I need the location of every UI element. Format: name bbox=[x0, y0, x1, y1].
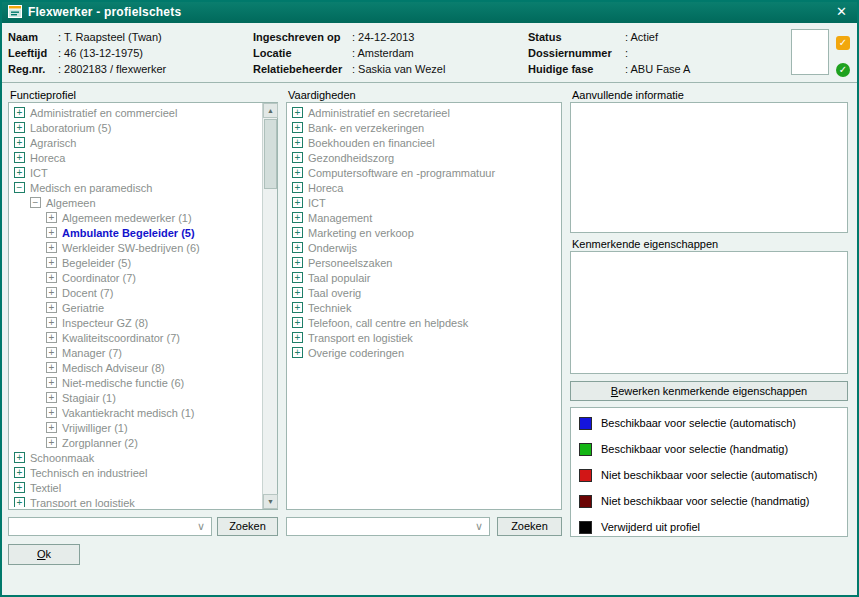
tree-item[interactable]: +Ambulante Begeleider (5) bbox=[11, 225, 261, 240]
expand-icon[interactable]: + bbox=[46, 272, 57, 283]
tree-item[interactable]: +Vakantiekracht medisch (1) bbox=[11, 405, 261, 420]
functieprofiel-search-combo[interactable]: ∨ bbox=[8, 517, 212, 536]
expand-icon[interactable]: + bbox=[292, 242, 303, 253]
expand-icon[interactable]: + bbox=[14, 167, 25, 178]
expand-icon[interactable]: + bbox=[292, 212, 303, 223]
tree-item[interactable]: +Techniek bbox=[289, 300, 559, 315]
expand-icon[interactable]: + bbox=[46, 347, 57, 358]
expand-icon[interactable]: + bbox=[14, 497, 25, 507]
tree-item[interactable]: +Transport en logistiek bbox=[289, 330, 559, 345]
expand-icon[interactable]: + bbox=[46, 317, 57, 328]
tree-item[interactable]: −Medisch en paramedisch bbox=[11, 180, 261, 195]
expand-icon[interactable]: + bbox=[46, 212, 57, 223]
tree-item[interactable]: +Schoonmaak bbox=[11, 450, 261, 465]
expand-icon[interactable]: + bbox=[14, 107, 25, 118]
expand-icon[interactable]: + bbox=[292, 287, 303, 298]
expand-icon[interactable]: + bbox=[46, 287, 57, 298]
bewerken-kenmerkende-eigenschappen-button[interactable]: Bewerken kenmerkende eigenschappen bbox=[570, 381, 848, 401]
expand-icon[interactable]: + bbox=[46, 422, 57, 433]
tree-item-label: Gezondheidszorg bbox=[308, 152, 394, 164]
close-button[interactable]: ✕ bbox=[832, 4, 851, 19]
functieprofiel-scrollbar[interactable]: ▲ ▼ bbox=[262, 103, 277, 509]
tree-item[interactable]: +Management bbox=[289, 210, 559, 225]
expand-icon[interactable]: + bbox=[292, 302, 303, 313]
expand-icon[interactable]: + bbox=[46, 392, 57, 403]
tree-item[interactable]: +Taal overig bbox=[289, 285, 559, 300]
tree-item[interactable]: +Taal populair bbox=[289, 270, 559, 285]
tree-item[interactable]: +ICT bbox=[289, 195, 559, 210]
expand-icon[interactable]: + bbox=[292, 107, 303, 118]
expand-icon[interactable]: + bbox=[292, 272, 303, 283]
scroll-thumb[interactable] bbox=[264, 119, 277, 189]
functieprofiel-zoeken-button[interactable]: Zoeken bbox=[217, 517, 278, 536]
tree-item[interactable]: +Transport en logistiek bbox=[11, 495, 261, 507]
tree-item[interactable]: +Agrarisch bbox=[11, 135, 261, 150]
tree-item[interactable]: −Algemeen bbox=[11, 195, 261, 210]
expand-icon[interactable]: + bbox=[14, 122, 25, 133]
tree-item[interactable]: +Coordinator (7) bbox=[11, 270, 261, 285]
tree-item[interactable]: +Begeleider (5) bbox=[11, 255, 261, 270]
tree-item[interactable]: +Laboratorium (5) bbox=[11, 120, 261, 135]
tree-item[interactable]: +Vrijwilliger (1) bbox=[11, 420, 261, 435]
expand-icon[interactable]: + bbox=[46, 302, 57, 313]
vaardigheden-zoeken-button[interactable]: Zoeken bbox=[497, 517, 562, 536]
tree-item[interactable]: +Onderwijs bbox=[289, 240, 559, 255]
tree-item[interactable]: +Stagiair (1) bbox=[11, 390, 261, 405]
expand-icon[interactable]: + bbox=[292, 122, 303, 133]
expand-icon[interactable]: + bbox=[46, 257, 57, 268]
expand-icon[interactable]: + bbox=[292, 152, 303, 163]
tree-item[interactable]: +Textiel bbox=[11, 480, 261, 495]
tree-item[interactable]: +Manager (7) bbox=[11, 345, 261, 360]
expand-icon[interactable]: + bbox=[14, 152, 25, 163]
expand-icon[interactable]: + bbox=[292, 137, 303, 148]
tree-item[interactable]: +Niet-medische functie (6) bbox=[11, 375, 261, 390]
expand-icon[interactable]: + bbox=[292, 257, 303, 268]
tree-item[interactable]: +Telefoon, call centre en helpdesk bbox=[289, 315, 559, 330]
tree-item[interactable]: +Horeca bbox=[289, 180, 559, 195]
expand-icon[interactable]: + bbox=[14, 452, 25, 463]
tree-item[interactable]: +Technisch en industrieel bbox=[11, 465, 261, 480]
tree-item[interactable]: +Marketing en verkoop bbox=[289, 225, 559, 240]
collapse-icon[interactable]: − bbox=[14, 182, 25, 193]
collapse-icon[interactable]: − bbox=[30, 197, 41, 208]
expand-icon[interactable]: + bbox=[46, 407, 57, 418]
tree-item[interactable]: +Werkleider SW-bedrijven (6) bbox=[11, 240, 261, 255]
tree-item[interactable]: +Horeca bbox=[11, 150, 261, 165]
tree-item[interactable]: +Administratief en commercieel bbox=[11, 105, 261, 120]
tree-item[interactable]: +Kwaliteitscoordinator (7) bbox=[11, 330, 261, 345]
expand-icon[interactable]: + bbox=[292, 347, 303, 358]
expand-icon[interactable]: + bbox=[292, 167, 303, 178]
expand-icon[interactable]: + bbox=[46, 437, 57, 448]
expand-icon[interactable]: + bbox=[46, 377, 57, 388]
expand-icon[interactable]: + bbox=[292, 332, 303, 343]
tree-item[interactable]: +Algemeen medewerker (1) bbox=[11, 210, 261, 225]
tree-item[interactable]: +Boekhouden en financieel bbox=[289, 135, 559, 150]
expand-icon[interactable]: + bbox=[14, 137, 25, 148]
expand-icon[interactable]: + bbox=[46, 242, 57, 253]
expand-icon[interactable]: + bbox=[292, 197, 303, 208]
expand-icon[interactable]: + bbox=[46, 227, 57, 238]
tree-item[interactable]: +Gezondheidszorg bbox=[289, 150, 559, 165]
expand-icon[interactable]: + bbox=[292, 182, 303, 193]
tree-item[interactable]: +Computersoftware en -programmatuur bbox=[289, 165, 559, 180]
tree-item[interactable]: +Geriatrie bbox=[11, 300, 261, 315]
scroll-down-button[interactable]: ▼ bbox=[263, 494, 278, 509]
tree-item[interactable]: +Administratief en secretarieel bbox=[289, 105, 559, 120]
expand-icon[interactable]: + bbox=[14, 482, 25, 493]
ok-button[interactable]: Ok bbox=[8, 544, 80, 565]
expand-icon[interactable]: + bbox=[46, 332, 57, 343]
tree-item[interactable]: +Inspecteur GZ (8) bbox=[11, 315, 261, 330]
expand-icon[interactable]: + bbox=[46, 362, 57, 373]
tree-item[interactable]: +Personeelszaken bbox=[289, 255, 559, 270]
vaardigheden-search-combo[interactable]: ∨ bbox=[286, 517, 490, 536]
tree-item[interactable]: +Medisch Adviseur (8) bbox=[11, 360, 261, 375]
expand-icon[interactable]: + bbox=[292, 317, 303, 328]
tree-item[interactable]: +Overige coderingen bbox=[289, 345, 559, 360]
tree-item[interactable]: +ICT bbox=[11, 165, 261, 180]
expand-icon[interactable]: + bbox=[292, 227, 303, 238]
expand-icon[interactable]: + bbox=[14, 467, 25, 478]
tree-item[interactable]: +Zorgplanner (2) bbox=[11, 435, 261, 450]
tree-item[interactable]: +Bank- en verzekeringen bbox=[289, 120, 559, 135]
tree-item[interactable]: +Docent (7) bbox=[11, 285, 261, 300]
scroll-up-button[interactable]: ▲ bbox=[263, 103, 278, 118]
